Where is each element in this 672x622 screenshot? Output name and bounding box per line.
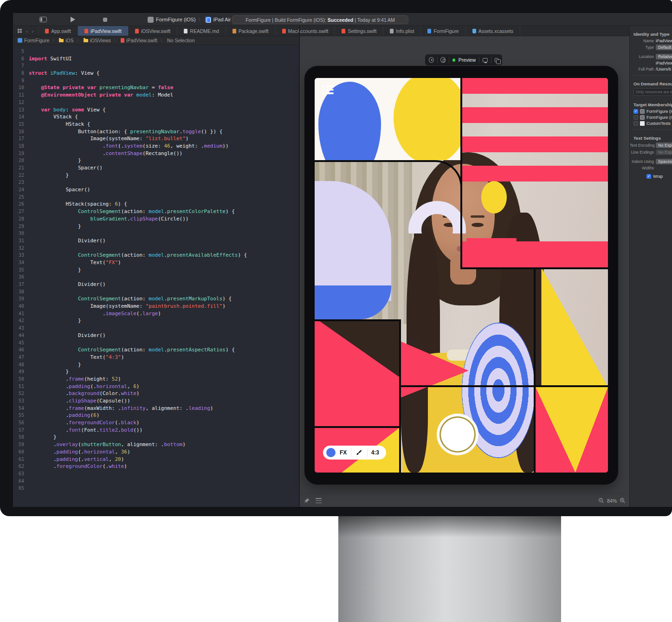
code-line[interactable]: 7 (13, 62, 299, 70)
code-line[interactable]: 6import SwiftUI (13, 55, 299, 63)
code-line[interactable]: 48 } (13, 361, 299, 369)
code-line[interactable]: 21 Spacer() (13, 164, 299, 172)
fx-button[interactable]: FX (336, 446, 351, 460)
code-line[interactable]: 45 (13, 339, 299, 347)
code-line[interactable]: 65 (13, 485, 299, 492)
breadcrumb-item-formfigure[interactable]: FormFigure (18, 38, 49, 43)
target-checkbox[interactable]: ✓ (633, 109, 638, 114)
code-line[interactable]: 11 @EnvironmentObject private var model:… (13, 91, 299, 99)
code-line[interactable]: 50 .frame(height: 52) (13, 376, 299, 383)
lineendings-dropdown[interactable]: No Expl (656, 149, 672, 155)
code-line[interactable]: 24 Spacer() (13, 186, 299, 194)
source-editor[interactable]: 56import SwiftUI78struct iPadView: View … (13, 45, 299, 507)
code-line[interactable]: 29 } (13, 223, 299, 230)
code-line[interactable]: 64 (13, 478, 299, 485)
code-line[interactable]: 25 (13, 194, 299, 201)
indent-dropdown[interactable]: Spaces (656, 159, 672, 164)
code-line[interactable]: 59 .overlay(shutterButton, alignment: .b… (13, 441, 299, 448)
code-line[interactable]: 12 (13, 99, 299, 106)
code-line[interactable]: 16 Button(action: { presentingNavbar.tog… (13, 128, 299, 136)
tab-app-swift[interactable]: App.swift (39, 26, 78, 36)
forward-chevron-icon[interactable]: › (32, 28, 34, 34)
tab-settings-swift[interactable]: Settings.swift (335, 26, 383, 36)
toggle-navigator-icon[interactable] (39, 17, 47, 22)
type-dropdown[interactable]: Default (656, 45, 672, 50)
code-line[interactable]: 49 } (13, 368, 299, 376)
code-line[interactable]: 58 } (13, 434, 299, 441)
code-line[interactable]: 17 Image(systemName: "list.bullet") (13, 135, 299, 143)
code-line[interactable]: 15 HStack { (13, 121, 299, 128)
breadcrumb-item-no-selection[interactable]: No Selection (167, 38, 195, 43)
code-line[interactable]: 55 .padding(6) (13, 412, 299, 419)
code-line[interactable]: 38 (13, 288, 299, 296)
pin-icon[interactable] (304, 498, 310, 504)
code-line[interactable]: 23 (13, 179, 299, 186)
code-line[interactable]: 31 Divider() (13, 237, 299, 245)
code-line[interactable]: 43 (13, 324, 299, 332)
color-palette-button[interactable] (326, 448, 336, 457)
code-line[interactable]: 44 Divider() (13, 332, 299, 339)
encoding-dropdown[interactable]: No Expl (656, 143, 672, 148)
code-line[interactable]: 10 @State private var presentingNavbar =… (13, 84, 299, 91)
tab-package-swift[interactable]: Package.swift (226, 26, 276, 36)
code-line[interactable]: 57 .font(Font.title2.bold()) (13, 427, 299, 434)
code-line[interactable]: 53 .clipShape(Capsule()) (13, 397, 299, 405)
code-line[interactable]: 19 .contentShape(Rectangle()) (13, 150, 299, 157)
code-line[interactable]: 41 .imageScale(.large) (13, 310, 299, 317)
code-line[interactable]: 13 var body: some View { (13, 106, 299, 114)
run-button[interactable] (71, 17, 75, 22)
back-chevron-icon[interactable]: ‹ (26, 28, 28, 34)
code-line[interactable]: 52 .background(Color.white) (13, 390, 299, 397)
code-line[interactable]: 9 (13, 77, 299, 84)
code-line[interactable]: 62 .foregroundColor(.white) (13, 463, 299, 470)
code-line[interactable]: 42 } (13, 317, 299, 324)
code-line[interactable]: 56 .foregroundColor(.black) (13, 419, 299, 427)
code-line[interactable]: 51 .padding(.horizontal, 6) (13, 383, 299, 390)
tab-assets-xcassets[interactable]: Assets.xcassets (466, 26, 520, 36)
code-line[interactable]: 35 } (13, 266, 299, 274)
tab-formfigure[interactable]: FormFigure (421, 26, 465, 36)
preview-device-icon[interactable] (440, 57, 446, 63)
code-line[interactable]: 28 blueGradient.clipShape(Circle()) (13, 215, 299, 223)
code-line[interactable]: 61 .padding(.vertical, 20) (13, 456, 299, 463)
breadcrumb-item-iosviews[interactable]: iOSViews (84, 38, 111, 43)
code-line[interactable]: 14 VStack { (13, 113, 299, 121)
stop-button[interactable] (103, 18, 107, 22)
target-checkbox[interactable] (633, 115, 638, 120)
code-line[interactable]: 18 .font(.system(size: 46, weight: .medi… (13, 143, 299, 150)
code-line[interactable]: 32 (13, 245, 299, 252)
breadcrumb-item-ipadview-swift[interactable]: iPadView.swift (121, 38, 157, 43)
markup-button[interactable] (351, 446, 367, 460)
code-line[interactable]: 20 } (13, 157, 299, 164)
code-line[interactable]: 47 Text("4:3") (13, 354, 299, 361)
canvas-list-icon[interactable] (316, 498, 322, 503)
code-line[interactable]: 60 .padding(.horizontal, 36) (13, 448, 299, 456)
breadcrumb-item-ios[interactable]: iOS (59, 38, 74, 43)
wrap-checkbox[interactable]: ✓ (646, 174, 651, 179)
duplicate-preview-icon[interactable] (495, 58, 498, 62)
zoom-in-icon[interactable] (620, 498, 626, 504)
code-line[interactable]: 37 Divider() (13, 281, 299, 288)
zoom-out-icon[interactable] (598, 498, 604, 504)
target-checkbox[interactable] (633, 121, 638, 126)
zoom-level[interactable]: 84% (607, 498, 617, 504)
code-line[interactable]: 22 } (13, 172, 299, 179)
code-line[interactable]: 26 HStack(spacing: 6) { (13, 201, 299, 208)
code-line[interactable]: 54 .frame(maxWidth: .infinity, alignment… (13, 405, 299, 412)
code-line[interactable]: 36 (13, 273, 299, 281)
code-line[interactable]: 33 ControlSegment(action: model.presentA… (13, 252, 299, 259)
tab-iosview-swift[interactable]: iOSView.swift (129, 26, 177, 36)
shutter-button[interactable] (441, 418, 474, 451)
tab-ipadview-swift[interactable]: iPadView.swift (78, 26, 129, 36)
device-settings-icon[interactable] (483, 58, 488, 62)
aspect-ratio-button[interactable]: 4:3 (368, 446, 383, 460)
code-line[interactable]: 30 (13, 230, 299, 237)
code-line[interactable]: 46 ControlSegment(action: model.presentA… (13, 346, 299, 354)
live-preview-icon[interactable] (429, 57, 434, 63)
location-dropdown[interactable]: Relative (656, 54, 672, 59)
code-line[interactable]: 39 ControlSegment(action: model.presentM… (13, 295, 299, 303)
name-value[interactable]: iPadView (656, 39, 672, 43)
code-line[interactable]: 34 Text("FX") (13, 259, 299, 266)
code-line[interactable]: 8struct iPadView: View { (13, 70, 299, 77)
code-line[interactable]: 63 (13, 470, 299, 478)
